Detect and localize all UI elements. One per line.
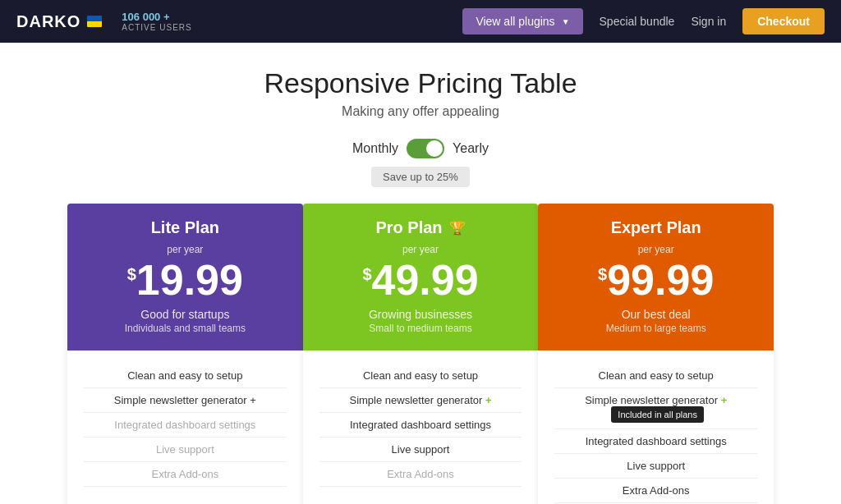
expert-feature-4: Live support [554, 454, 757, 479]
lite-feature-5: Extra Add-ons [84, 462, 287, 487]
active-count: 106 000 + [122, 11, 191, 23]
expert-feature-5: Extra Add-ons [554, 479, 757, 503]
expert-per-year: per year [554, 244, 757, 255]
lite-plan-card: Lite Plan per year $ 19.99 Good for star… [67, 204, 303, 504]
lite-price: 19.99 [136, 259, 243, 301]
pro-price: 49.99 [372, 259, 479, 301]
checkout-button[interactable]: Checkout [742, 8, 825, 34]
lite-feature-1: Clean and easy to setup [84, 364, 287, 388]
lite-per-year: per year [84, 244, 287, 255]
lite-plan-name: Lite Plan [84, 218, 287, 237]
expert-price: 99.99 [607, 259, 714, 301]
pro-feature-2: Simple newsletter generator + [319, 388, 522, 413]
lite-price-area: $ 19.99 [84, 259, 287, 301]
plus-icon-expert: + [721, 394, 728, 406]
lite-plan-header: Lite Plan per year $ 19.99 Good for star… [67, 204, 303, 351]
view-plugins-label: View all plugins [476, 15, 554, 28]
expert-tagline: Our best deal [554, 308, 757, 321]
view-plugins-button[interactable]: View all plugins ▼ [462, 8, 582, 34]
pro-tagline: Growing businesses [319, 308, 522, 321]
yearly-label: Yearly [453, 141, 489, 156]
pro-features: Clean and easy to setup Simple newslette… [303, 351, 539, 504]
main-content: Responsive Pricing Table Making any offe… [0, 43, 841, 504]
sign-in-button[interactable]: Sign in [691, 15, 726, 28]
lite-description: Individuals and small teams [84, 323, 287, 334]
lite-tagline: Good for startups [84, 308, 287, 321]
lite-feature-2: Simple newsletter generator + [84, 388, 287, 413]
pro-per-year: per year [319, 244, 522, 255]
page-subtitle: Making any offer appealing [16, 104, 825, 119]
pro-feature-3: Integrated dashboard settings [319, 413, 522, 438]
logo-text: DARKO [16, 12, 80, 31]
logo-area: DARKO [16, 12, 102, 31]
expert-features: Clean and easy to setup Simple newslette… [538, 351, 774, 504]
trophy-icon: 🏆 [449, 220, 466, 236]
plus-icon: + [485, 394, 492, 406]
active-label: ACTIVE USERS [122, 23, 191, 32]
billing-toggle-area: Monthly Yearly [16, 139, 825, 158]
expert-feature-1: Clean and easy to setup [554, 364, 757, 388]
pro-price-area: $ 49.99 [319, 259, 522, 301]
expert-plan-name: Expert Plan [554, 218, 757, 237]
pro-currency: $ [362, 265, 371, 284]
expert-price-area: $ 99.99 [554, 259, 757, 301]
save-badge: Save up to 25% [371, 167, 470, 187]
special-bundle-button[interactable]: Special bundle [600, 15, 675, 28]
billing-toggle[interactable] [407, 139, 444, 158]
page-title: Responsive Pricing Table [16, 67, 825, 99]
expert-plan-card: Expert Plan per year $ 99.99 Our best de… [538, 204, 774, 504]
pro-feature-5: Extra Add-ons [319, 462, 522, 487]
pro-feature-1: Clean and easy to setup [319, 364, 522, 388]
monthly-label: Monthly [352, 141, 398, 156]
pro-plan-name: Pro Plan 🏆 [319, 218, 522, 237]
expert-description: Medium to large teams [554, 323, 757, 334]
lite-currency: $ [127, 265, 136, 284]
pricing-grid: Lite Plan per year $ 19.99 Good for star… [67, 204, 774, 504]
pro-plan-card: Pro Plan 🏆 per year $ 49.99 Growing busi… [303, 204, 539, 504]
active-users: 106 000 + ACTIVE USERS [122, 11, 191, 32]
pro-feature-4: Live support [319, 438, 522, 462]
lite-feature-4: Live support [84, 438, 287, 462]
lite-feature-3: Integrated dashboard settings [84, 413, 287, 438]
expert-plan-header: Expert Plan per year $ 99.99 Our best de… [538, 204, 774, 351]
expert-feature-2: Simple newsletter generator + Included i… [554, 388, 757, 429]
chevron-down-icon: ▼ [562, 17, 570, 26]
tooltip-box: Included in all plans [611, 406, 704, 423]
header: DARKO 106 000 + ACTIVE USERS View all pl… [0, 0, 841, 43]
pro-plan-header: Pro Plan 🏆 per year $ 49.99 Growing busi… [303, 204, 539, 351]
pro-description: Small to medium teams [319, 323, 522, 334]
expert-feature-3: Integrated dashboard settings [554, 429, 757, 454]
ukraine-flag-icon [87, 16, 102, 27]
lite-features: Clean and easy to setup Simple newslette… [67, 351, 303, 504]
expert-currency: $ [598, 265, 607, 284]
